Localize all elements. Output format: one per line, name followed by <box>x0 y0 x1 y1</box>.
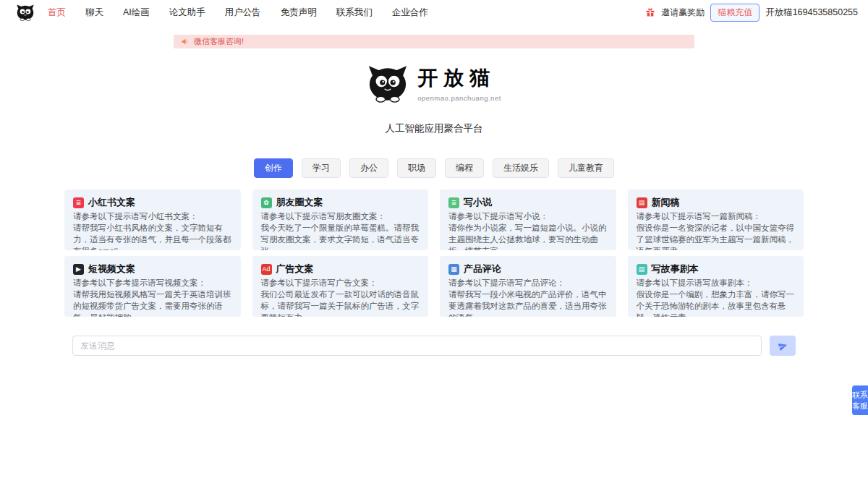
nav-item-chat[interactable]: 聊天 <box>85 7 103 19</box>
tab-coding[interactable]: 编程 <box>445 158 484 178</box>
notice-text: 微信客服咨询! <box>194 36 244 47</box>
send-button[interactable] <box>770 336 796 356</box>
card-body: 请参考以下提示语写故事剧本： 假设你是一个编剧，想象力丰富，请你写一个关于恐怖游… <box>637 278 796 317</box>
nav-item-ai-paint[interactable]: AI绘画 <box>123 7 150 19</box>
prompt-card-ad-copy[interactable]: Ad 广告文案 请参考以下提示语写广告文案： 我们公司最近发布了一款可以对话的语… <box>252 256 429 317</box>
site-domain: openmao.panchuang.net <box>417 94 501 102</box>
card-title: 小红书文案 <box>88 196 135 209</box>
script-icon: ▤ <box>637 264 647 275</box>
brand-cat-logo-icon[interactable] <box>16 4 35 21</box>
prompt-card-moments[interactable]: ✿ 朋友圈文案 请参考以下提示语写朋友圈文案： 我今天吃了一个限量版的草莓蛋糕。… <box>252 189 429 250</box>
speaker-icon <box>181 37 190 46</box>
card-body: 请参考以下提示语写朋友圈文案： 我今天吃了一个限量版的草莓蛋糕。请帮我写朋友圈文… <box>261 211 420 250</box>
tab-life-entertainment[interactable]: 生活娱乐 <box>493 158 549 178</box>
card-body: 请参考以下提示语写小说： 请你作为小说家，写一篇短篇小说。小说的主题围绕主人公拯… <box>448 211 608 250</box>
nav-item-contact[interactable]: 联系我们 <box>336 7 373 19</box>
prompt-card-product-review[interactable]: ▦ 产品评论 请参考以下提示语写产品评论： 请帮我写一段小米电视的产品评价，语气… <box>440 256 616 317</box>
card-title: 新闻稿 <box>652 196 680 209</box>
nav-item-disclaimer[interactable]: 免责声明 <box>281 7 317 19</box>
card-title: 写故事剧本 <box>652 263 699 276</box>
moments-icon: ✿ <box>261 197 272 208</box>
top-navbar: 首页 聊天 AI绘画 论文助手 用户公告 免责声明 联系我们 企业合作 邀请赢奖… <box>0 0 868 25</box>
recharge-button[interactable]: 猫粮充值 <box>710 4 760 22</box>
card-title: 短视频文案 <box>88 263 135 276</box>
prompt-card-grid: ≣ 小红书文案 请参考以下提示语写小红书文案： 请帮我写小红书风格的文案，文字简… <box>64 189 804 317</box>
prompt-card-story-script[interactable]: ▤ 写故事剧本 请参考以下提示语写故事剧本： 假设你是一个编剧，想象力丰富，请你… <box>628 256 804 317</box>
tab-kids-education[interactable]: 儿童教育 <box>558 158 614 178</box>
site-tagline: 人工智能应用聚合平台 <box>0 122 868 135</box>
category-tabs: 创作 学习 办公 职场 编程 生活娱乐 儿童教育 <box>0 158 868 178</box>
nav-item-enterprise[interactable]: 企业合作 <box>392 7 428 19</box>
prompt-card-novel[interactable]: ≣ 写小说 请参考以下提示语写小说： 请你作为小说家，写一篇短篇小说。小说的主题… <box>440 189 616 250</box>
site-title: 开放猫 <box>417 64 501 92</box>
xiaohongshu-icon: ≣ <box>73 197 84 208</box>
nav-item-announcement[interactable]: 用户公告 <box>225 7 261 19</box>
notice-banner[interactable]: 微信客服咨询! <box>174 35 694 48</box>
prompt-card-xiaohongshu[interactable]: ≣ 小红书文案 请参考以下提示语写小红书文案： 请帮我写小红书风格的文案，文字简… <box>64 189 241 250</box>
invite-reward-link[interactable]: 邀请赢奖励 <box>661 7 705 19</box>
gift-icon <box>645 7 655 17</box>
hero-cat-logo <box>367 63 409 103</box>
message-input[interactable] <box>72 336 762 356</box>
navbar-right: 邀请赢奖励 猫粮充值 开放猫1694535850255 <box>645 4 858 22</box>
video-camera-icon: ▶ <box>73 264 84 275</box>
prompt-card-news[interactable]: ▤ 新闻稿 请参考以下提示语写一篇新闻稿： 假设你是一名资深的记者，以中国女篮夺… <box>628 189 804 250</box>
paper-plane-icon <box>776 339 790 353</box>
tab-office[interactable]: 办公 <box>349 158 388 178</box>
ad-icon: Ad <box>261 264 272 275</box>
prompt-card-short-video[interactable]: ▶ 短视频文案 请参考以下参考提示语写视频文案： 请帮我用短视频风格写一篇关于英… <box>64 256 241 317</box>
card-body: 请参考以下提示语写一篇新闻稿： 假设你是一名资深的记者，以中国女篮夺得了篮球世锦… <box>637 211 796 250</box>
tab-creation[interactable]: 创作 <box>254 158 293 178</box>
username-label[interactable]: 开放猫1694535850255 <box>765 7 858 19</box>
main-nav: 首页 聊天 AI绘画 论文助手 用户公告 免责声明 联系我们 企业合作 <box>48 7 428 19</box>
nav-item-paper-assistant[interactable]: 论文助手 <box>169 7 205 19</box>
card-title: 朋友圈文案 <box>276 196 323 209</box>
card-title: 产品评论 <box>464 263 501 276</box>
card-body: 请参考以下提示语写小红书文案： 请帮我写小红书风格的文案，文字简短有力，适当有夸… <box>73 211 232 250</box>
contact-service-button[interactable]: 联系客服 <box>852 385 868 415</box>
card-body: 请参考以下提示语写广告文案： 我们公司最近发布了一款可以对话的语音鼠标，请帮我写… <box>261 278 420 317</box>
card-body: 请参考以下提示语写产品评论： 请帮我写一段小米电视的产品评价，语气中要透露着我对… <box>448 278 608 317</box>
hero-section: 开放猫 openmao.panchuang.net 人工智能应用聚合平台 <box>0 63 868 135</box>
card-body: 请参考以下参考提示语写视频文案： 请帮我用短视频风格写一篇关于英语培训班的短视频… <box>73 278 232 317</box>
tab-study[interactable]: 学习 <box>302 158 341 178</box>
card-title: 广告文案 <box>276 263 314 276</box>
novel-icon: ≣ <box>448 197 459 208</box>
nav-item-home[interactable]: 首页 <box>48 7 66 19</box>
tab-workplace[interactable]: 职场 <box>397 158 436 178</box>
news-icon: ▤ <box>637 197 647 208</box>
message-composer <box>72 336 796 356</box>
card-title: 写小说 <box>464 196 492 209</box>
review-icon: ▦ <box>448 264 459 275</box>
